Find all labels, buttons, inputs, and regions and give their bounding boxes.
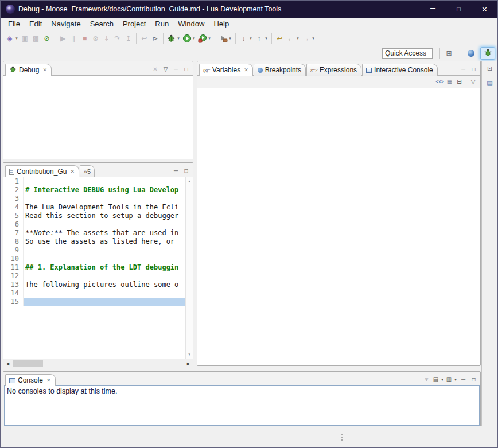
editor-overflow-tabs[interactable]: »5 (80, 165, 95, 177)
close-icon[interactable]: ✕ (244, 67, 248, 73)
chevron-down-icon[interactable]: ▾ (14, 36, 19, 41)
last-edit-location-button[interactable]: ↩ (274, 33, 285, 44)
next-annotation-button[interactable]: ↓ ▾ (238, 33, 254, 44)
scrollbar-track[interactable] (12, 359, 184, 368)
menu-help[interactable]: Help (209, 18, 234, 30)
suspend-button[interactable]: ∥ (68, 33, 79, 44)
back-button[interactable]: ← ▾ (285, 33, 301, 44)
terminate-button[interactable]: ■ (79, 33, 90, 44)
save-all-button[interactable]: ▩ (30, 33, 41, 44)
chevron-down-icon[interactable]: ▾ (176, 36, 181, 41)
run-button[interactable]: ▾ (181, 33, 197, 44)
view-menu-icon[interactable]: ▽ (161, 65, 170, 73)
line-text[interactable]: Read this section to setup a debugger (23, 212, 185, 220)
line-text[interactable] (23, 177, 185, 186)
resize-grip[interactable] (341, 434, 343, 435)
line-text[interactable] (23, 289, 185, 298)
line-text[interactable]: ## 1. Explanation of the LDT debuggin (23, 263, 185, 272)
open-perspective-button[interactable]: ⊞ (443, 48, 454, 59)
minimized-view-icon[interactable]: ▤ (485, 78, 495, 87)
disconnect-button[interactable]: ⊗ (90, 33, 101, 44)
editor-text-area[interactable]: 12# Interactive DEBUG using Lua Develop3… (3, 177, 185, 359)
maximize-icon[interactable]: □ (181, 166, 191, 175)
collapse-all-icon[interactable]: ⊟ (454, 77, 464, 86)
console-content[interactable]: No consoles to display at this time. (4, 385, 480, 426)
view-menu-icon[interactable]: ▽ (468, 77, 478, 86)
perspective-lua-button[interactable] (464, 47, 478, 60)
scroll-right-icon[interactable]: ► (184, 361, 193, 367)
tab-debug[interactable]: Debug ✕ (5, 64, 52, 76)
chevron-down-icon[interactable]: ▾ (264, 36, 269, 41)
close-icon[interactable]: ✕ (46, 377, 51, 383)
tab-variables[interactable]: (x)=Variables✕ (199, 64, 253, 76)
previous-annotation-button[interactable]: ↑ ▾ (254, 33, 269, 44)
minimize-icon[interactable]: ─ (458, 65, 468, 73)
minimize-icon[interactable]: ─ (171, 166, 181, 175)
debug-button[interactable]: ▾ (166, 33, 181, 44)
maximize-icon[interactable]: □ (469, 375, 478, 384)
pin-console-icon[interactable]: ▼ (422, 375, 431, 384)
scroll-down-icon[interactable]: ▾ (188, 352, 190, 357)
perspective-debug-button[interactable] (480, 47, 495, 60)
scroll-up-icon[interactable]: ▴ (188, 179, 190, 184)
line-text[interactable]: # Interactive DEBUG using Lua Develop (23, 186, 185, 194)
chevron-down-icon[interactable]: ▾ (295, 36, 300, 41)
forward-button[interactable]: → ▾ (301, 33, 316, 44)
line-text[interactable]: The Lua Development Tools in the Ecli (23, 203, 185, 212)
chevron-down-icon[interactable]: ▾ (248, 36, 253, 41)
editor-vertical-scrollbar[interactable]: ▴ ▾ (185, 177, 193, 359)
editor-horizontal-scrollbar[interactable]: ◄ ► (3, 359, 193, 368)
menu-window[interactable]: Window (173, 18, 209, 30)
menu-edit[interactable]: Edit (25, 18, 46, 30)
scrollbar-thumb[interactable] (13, 360, 43, 367)
close-icon[interactable]: ✕ (70, 169, 75, 174)
show-logical-structures-icon[interactable]: ▦ (445, 77, 454, 86)
close-icon[interactable]: ✕ (42, 67, 47, 73)
resume-button[interactable]: ▶ (57, 33, 68, 44)
line-text[interactable] (23, 220, 185, 229)
drop-to-frame-button[interactable]: ↩ (139, 33, 150, 44)
debug-view-content[interactable] (3, 75, 193, 159)
line-text[interactable] (23, 298, 185, 306)
chevron-down-icon[interactable]: ▾ (311, 36, 316, 41)
line-text[interactable]: So use the assets as listed here, or (23, 237, 185, 246)
window-close-button[interactable]: ✕ (472, 1, 497, 18)
line-text[interactable] (23, 194, 185, 203)
chevron-down-icon[interactable]: ▾ (192, 36, 196, 41)
use-step-filters-button[interactable]: ⊳ (150, 33, 161, 44)
display-selected-console-icon[interactable]: ▤ (432, 375, 439, 384)
line-text[interactable] (23, 246, 185, 255)
maximize-icon[interactable]: □ (469, 65, 478, 73)
window-minimize-button[interactable]: – (420, 1, 446, 18)
line-text[interactable]: **Note:** The assets that are used in (23, 229, 185, 237)
variables-content[interactable] (197, 88, 480, 365)
quick-access-input[interactable]: Quick Access (382, 48, 433, 59)
remove-all-terminated-icon[interactable]: ✕ (150, 65, 160, 73)
step-return-button[interactable]: ↥ (123, 33, 134, 44)
tab-expressions[interactable]: x=?Expressions (306, 64, 361, 76)
tab-breakpoints[interactable]: Breakpoints (254, 64, 306, 76)
chevron-down-icon[interactable]: ▾ (453, 377, 458, 382)
menu-project[interactable]: Project (118, 18, 150, 30)
line-text[interactable] (23, 272, 185, 281)
line-text[interactable] (23, 255, 185, 263)
minimize-icon[interactable]: ─ (458, 375, 468, 384)
tab-console[interactable]: Console ✕ (5, 374, 56, 386)
skip-all-breakpoints-button[interactable]: ⊘ (41, 33, 52, 44)
chevron-down-icon[interactable]: ▾ (207, 36, 212, 41)
new-wizard-button[interactable]: ◈ ▾ (4, 33, 20, 44)
coverage-button[interactable]: ▾ (197, 33, 212, 44)
menu-run[interactable]: Run (150, 18, 173, 30)
show-type-names-icon[interactable]: <x> (435, 77, 445, 86)
chevron-down-icon[interactable]: ▾ (440, 377, 445, 382)
open-console-icon[interactable]: ▥ (445, 375, 453, 384)
menu-file[interactable]: File (3, 18, 25, 30)
restore-view-icon[interactable]: ⊡ (485, 64, 495, 73)
maximize-icon[interactable]: □ (181, 65, 191, 73)
step-into-button[interactable]: ↧ (101, 33, 112, 44)
chevron-down-icon[interactable]: ▾ (228, 36, 232, 41)
external-tools-button[interactable]: ▾ (217, 33, 233, 44)
minimize-icon[interactable]: ─ (171, 65, 181, 73)
line-text[interactable]: The following pictures outline some o (23, 281, 185, 289)
menu-navigate[interactable]: Navigate (46, 18, 85, 30)
